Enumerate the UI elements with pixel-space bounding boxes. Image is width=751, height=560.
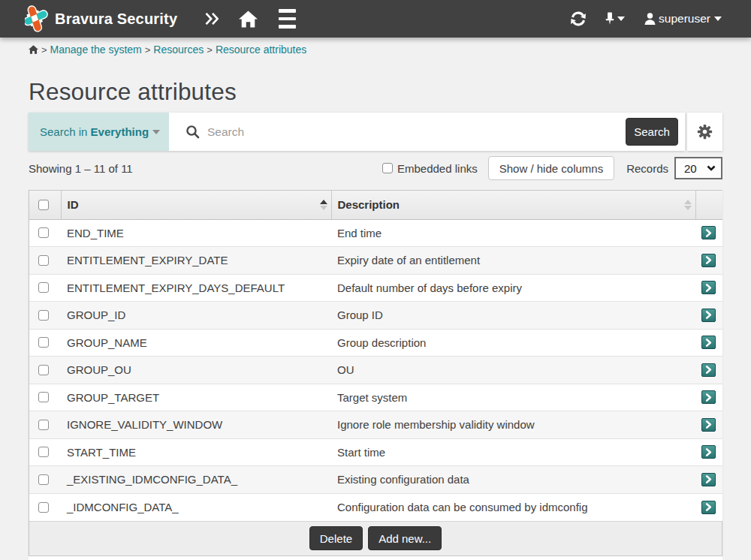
records-select-value: 20 [684,162,697,175]
user-icon [644,13,656,25]
row-open-button[interactable] [701,226,716,239]
row-id-cell: START_TIME [61,438,331,466]
table-row: _EXISTING_IDMCONFIG_DATA_ Existing confi… [29,466,722,494]
row-action-cell [695,384,722,411]
search-button[interactable]: Search [626,118,678,146]
breadcrumb-link-resources[interactable]: Resources [153,44,204,56]
table-footer: Delete Add new... [29,521,722,555]
description-column-header[interactable]: Description [331,191,695,219]
row-checkbox[interactable] [38,474,49,485]
row-id-cell: _EXISTING_IDMCONFIG_DATA_ [61,466,331,494]
chevron-right-icon [704,393,713,402]
list-controls: Showing 1 – 11 of 11 Embedded links Show… [29,156,722,180]
breadcrumb-link-manage[interactable]: Manage the system [50,44,142,56]
chevron-right-icon [704,448,713,456]
row-open-button[interactable] [701,281,716,294]
content-bottom-strip [29,556,722,560]
select-chevron-icon [707,165,716,171]
breadcrumb-home-icon[interactable] [29,45,38,54]
chevron-right-icon [704,311,713,319]
chevron-right-icon [704,256,713,264]
collapse-chevron-icon[interactable] [205,13,219,25]
breadcrumb-separator: > [41,44,47,56]
chevron-right-icon [704,475,713,483]
chevron-right-icon [704,503,713,511]
row-open-button[interactable] [701,445,716,459]
row-action-cell [695,329,722,357]
row-open-button[interactable] [701,473,716,486]
embedded-links-label: Embedded links [397,162,478,175]
scope-caret-icon [152,130,160,134]
table-row: GROUP_TARGET Target system [29,384,722,411]
embedded-links-toggle: Embedded links [382,162,478,175]
pin-caret-icon [617,17,625,21]
bravura-logo-icon [25,5,50,33]
brand[interactable]: Bravura Security [25,5,177,33]
search-input[interactable] [207,113,626,151]
breadcrumb-separator: > [145,44,151,56]
select-all-checkbox[interactable] [38,200,49,210]
row-checkbox-cell [29,466,61,494]
refresh-icon[interactable] [570,11,587,27]
showing-count: Showing 1 – 11 of 11 [29,162,133,175]
top-navbar: Bravura Security [0,0,751,38]
embedded-links-checkbox[interactable] [382,163,393,173]
row-checkbox[interactable] [38,420,49,430]
row-checkbox-cell [29,411,61,439]
table-row: _IDMCONFIG_DATA_ Configuration data can … [29,493,722,521]
table-row: IGNORE_VALIDITY_WINDOW Ignore role membe… [29,411,722,439]
row-checkbox[interactable] [38,282,49,293]
row-checkbox[interactable] [38,255,49,266]
action-column-header [695,191,722,219]
row-checkbox[interactable] [38,227,49,238]
delete-button[interactable]: Delete [309,526,363,550]
row-action-cell [695,274,722,302]
row-open-button[interactable] [701,363,716,377]
row-id-cell: GROUP_ID [61,302,331,330]
row-id-cell: IGNORE_VALIDITY_WINDOW [61,411,331,439]
row-id-cell: END_TIME [61,219,331,247]
row-open-button[interactable] [701,418,716,432]
breadcrumb-link-resource-attributes[interactable]: Resource attributes [216,44,306,56]
search-scope-label: Search in Everything [40,125,149,138]
row-action-cell [695,302,722,330]
records-select[interactable]: 20 [674,157,722,179]
row-description-cell: Configuration data can be consumed by id… [331,493,695,521]
row-checkbox-cell [29,274,61,302]
row-checkbox-cell [29,302,61,330]
hamburger-menu-icon[interactable] [279,7,296,31]
chevron-right-icon [704,420,713,429]
row-checkbox[interactable] [38,447,49,457]
show-hide-columns-button[interactable]: Show / hide columns [488,156,614,180]
user-caret-icon [714,17,722,21]
pin-icon[interactable] [605,11,625,27]
search-scope-dropdown[interactable]: Search in Everything [29,113,169,151]
row-description-cell: Expiry date of an entitlement [331,247,695,275]
resource-attributes-table: ID Description END_TIME End time [29,190,722,556]
row-action-cell [695,357,722,384]
row-action-cell [695,411,722,439]
id-column-header[interactable]: ID [61,191,331,219]
row-open-button[interactable] [701,309,716,322]
row-checkbox[interactable] [38,310,49,321]
row-open-button[interactable] [701,336,716,349]
row-checkbox[interactable] [38,337,49,348]
user-menu[interactable]: superuser [644,12,722,26]
add-new-button[interactable]: Add new... [368,526,442,550]
row-id-cell: GROUP_NAME [61,329,331,357]
row-id-cell: GROUP_TARGET [61,384,331,411]
home-icon[interactable] [239,11,258,28]
table-row: ENTITLEMENT_EXPIRY_DAYS_DEFAULT Default … [29,274,722,302]
row-open-button[interactable] [701,390,716,404]
row-open-button[interactable] [701,254,716,267]
row-checkbox-cell [29,247,61,275]
row-checkbox[interactable] [38,365,49,375]
row-checkbox[interactable] [38,392,49,402]
row-checkbox[interactable] [38,502,49,513]
row-open-button[interactable] [701,501,716,514]
select-all-header-cell [29,191,61,219]
settings-gear-button[interactable] [687,113,722,151]
row-checkbox-cell [29,357,61,384]
row-description-cell: OU [331,357,695,384]
row-checkbox-cell [29,438,61,466]
